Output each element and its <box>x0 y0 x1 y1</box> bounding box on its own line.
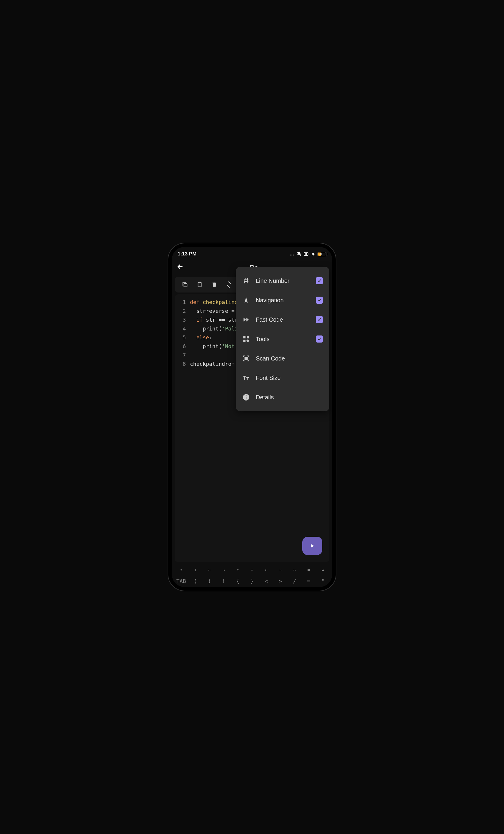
fast-icon <box>242 316 250 324</box>
copy-icon[interactable] <box>182 281 188 288</box>
line-number: 2 <box>177 307 186 315</box>
symbol-key[interactable]: ! <box>217 578 231 584</box>
hash-icon <box>242 277 250 285</box>
symbol-keys-row: TAB()!{}<>/=" <box>172 575 332 587</box>
menu-item-label: Navigation <box>256 297 310 304</box>
menu-item-tools[interactable]: Tools <box>236 329 329 349</box>
clipboard-icon[interactable] <box>197 281 203 288</box>
arrow-key[interactable]: → <box>273 567 287 572</box>
symbol-key[interactable]: ( <box>188 578 202 584</box>
symbol-key[interactable]: } <box>245 578 259 584</box>
menu-item-line-number[interactable]: Line Number <box>236 271 329 290</box>
arrow-key[interactable]: ↓ <box>188 567 202 572</box>
status-indicators: ... 37 <box>290 251 326 257</box>
code-content[interactable]: checkpalindrom <box>190 359 235 369</box>
screen: 1:13 PM ... 37 Pa <box>172 247 332 587</box>
svg-rect-6 <box>247 336 249 338</box>
line-number: 7 <box>177 351 186 359</box>
checkbox-checked[interactable] <box>316 277 323 284</box>
font-icon <box>242 374 250 382</box>
symbol-key[interactable]: > <box>273 578 287 584</box>
line-number: 4 <box>177 324 186 333</box>
symbol-key[interactable]: ) <box>202 578 216 584</box>
menu-item-fast-code[interactable]: Fast Code <box>236 310 329 329</box>
options-menu: Line NumberNavigationFast CodeToolsScan … <box>236 267 329 411</box>
menu-item-label: Line Number <box>256 278 310 284</box>
run-button[interactable] <box>302 537 322 555</box>
arrow-key[interactable]: ↓ <box>245 567 259 572</box>
tools-icon <box>242 335 250 343</box>
code-content[interactable]: def checkpalind <box>190 298 238 307</box>
battery-icon: 37 <box>318 252 326 256</box>
scan-icon <box>242 355 250 362</box>
svg-point-12 <box>246 395 247 396</box>
status-time: 1:13 PM <box>178 251 197 257</box>
checkbox-checked[interactable] <box>316 297 323 304</box>
status-bar: 1:13 PM ... 37 <box>172 247 332 259</box>
svg-rect-8 <box>246 339 250 343</box>
wifi-icon <box>311 251 316 257</box>
nav-icon <box>242 297 250 304</box>
line-number: 5 <box>177 333 186 342</box>
svg-rect-7 <box>243 339 246 342</box>
svg-rect-2 <box>184 283 187 287</box>
arrow-key[interactable]: ← <box>259 567 273 572</box>
symbol-key[interactable]: < <box>259 578 273 584</box>
menu-item-details[interactable]: Details <box>236 388 329 407</box>
svg-rect-11 <box>246 397 246 399</box>
arrow-key[interactable]: ⇄ <box>302 567 316 572</box>
line-number: 6 <box>177 342 186 351</box>
symbol-key[interactable]: " <box>316 578 330 584</box>
checkbox-checked[interactable] <box>316 335 323 343</box>
arrow-key[interactable]: ↵ <box>316 567 330 572</box>
info-icon <box>242 393 250 401</box>
arrow-key[interactable]: ← <box>202 567 216 572</box>
line-number: 8 <box>177 359 186 369</box>
x-box-icon <box>303 251 309 257</box>
symbol-key[interactable]: { <box>231 578 245 584</box>
line-number: 1 <box>177 298 186 307</box>
bell-off-icon <box>296 251 302 257</box>
symbol-key[interactable]: TAB <box>174 578 188 584</box>
menu-item-navigation[interactable]: Navigation <box>236 290 329 310</box>
symbol-key[interactable]: / <box>288 578 302 584</box>
menu-item-scan-code[interactable]: Scan Code <box>236 349 329 368</box>
menu-item-label: Tools <box>256 336 310 343</box>
code-content[interactable]: else: <box>190 333 212 342</box>
trash-icon[interactable] <box>211 281 217 288</box>
symbol-key[interactable]: = <box>302 578 316 584</box>
menu-item-label: Scan Code <box>256 355 323 362</box>
arrow-key[interactable]: ↑ <box>174 567 188 572</box>
keyboard-extras: ↑↓←→↑↓←→↔⇄↵ TAB()!{}<>/=" <box>172 565 332 587</box>
arrow-keys-row: ↑↓←→↑↓←→↔⇄↵ <box>172 565 332 575</box>
line-number: 3 <box>177 315 186 324</box>
menu-item-label: Font Size <box>256 375 323 381</box>
status-dots: ... <box>290 251 295 257</box>
svg-rect-5 <box>243 336 246 338</box>
menu-item-label: Details <box>256 394 323 401</box>
svg-rect-9 <box>245 357 248 360</box>
menu-item-font-size[interactable]: Font Size <box>236 368 329 388</box>
checkbox-checked[interactable] <box>316 316 323 323</box>
arrow-key[interactable]: ↑ <box>231 567 245 572</box>
menu-item-label: Fast Code <box>256 316 310 323</box>
phone-frame: 1:13 PM ... 37 Pa <box>168 243 336 591</box>
arrow-key[interactable]: ↔ <box>288 567 302 572</box>
arrow-key[interactable]: → <box>217 567 231 572</box>
find-replace-icon[interactable] <box>226 281 232 288</box>
